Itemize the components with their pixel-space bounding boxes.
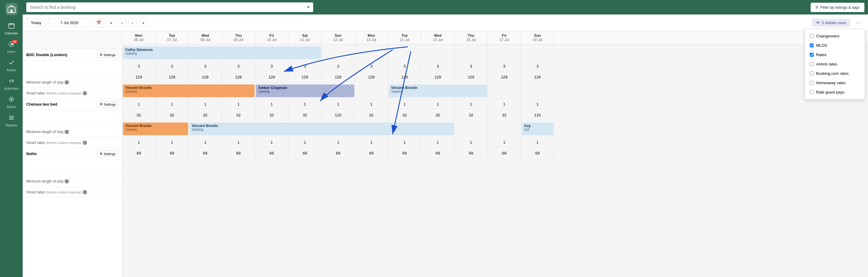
calendar-icon <box>8 23 14 30</box>
svg-rect-12 <box>9 117 14 118</box>
dropdown-checkbox-3[interactable] <box>810 62 814 66</box>
filter-button[interactable]: ⚲ Filter by listings & tags <box>811 3 864 12</box>
mlos-cell-1-12: 1 <box>521 99 554 109</box>
dropdown-item-rate-guest-pays[interactable]: Rate guest pays <box>805 88 865 97</box>
day-headers-row: Mon06 JulTue07 JulWed08 JulThu09 JulFri1… <box>122 31 868 45</box>
booking-block-vincent-breslin[interactable]: Vincent BreslinUplisting <box>123 123 188 135</box>
dropdown-checkbox-5[interactable] <box>810 81 814 85</box>
booking-block-vincent-breslin[interactable]: Vincent BreslinUplisting <box>189 123 454 135</box>
booking-block-vincent-breslin[interactable]: Vincent BreslinUplisting <box>389 84 487 97</box>
booking-block-asy[interactable]: AsyUpli <box>522 123 554 135</box>
rate-cell-1-2: 32 <box>189 110 222 120</box>
rate-cell-1-10: 32 <box>455 110 488 120</box>
next-button[interactable]: › <box>128 19 136 27</box>
settings-bdc-button[interactable]: ⚙ Settings <box>97 51 118 58</box>
sidebar-item-automate[interactable]: Automate <box>0 75 23 93</box>
filter-icon: ⚲ <box>815 5 818 10</box>
main-content: ▼ ⚲ Filter by listings & tags Today 7 Ju… <box>23 0 868 277</box>
day-header-15-Jul: Wed15 Jul <box>421 31 455 44</box>
mlos-cell-0-2: 3 <box>189 61 222 71</box>
mlos-info-icon-3[interactable]: i <box>65 179 69 183</box>
search-container: ▼ <box>26 2 313 12</box>
dropdown-item-rates[interactable]: Rates <box>805 50 865 60</box>
sidebar-item-direct[interactable]: Direct <box>0 93 23 112</box>
mlos-cell-2-0: 1 <box>122 137 156 147</box>
dropdown-checkbox-6[interactable] <box>810 90 814 94</box>
mlos-cell-1-10: 1 <box>455 99 488 109</box>
sidebar-item-action[interactable]: Action <box>0 57 23 75</box>
booking-cell-1-7 <box>355 83 388 99</box>
rates-row-noho: Smart rates (before custom markup) i <box>23 187 122 198</box>
rate-cell-1-0: 32 <box>122 110 156 120</box>
day-header-11-Jul: Sat11 Jul <box>288 31 322 44</box>
dropdown-item-homeaway-rates[interactable]: Homeaway rates <box>805 78 865 88</box>
search-dropdown-icon[interactable]: ▼ <box>307 5 310 9</box>
hidden-rows-button[interactable]: 👁 5 hidden rows <box>812 19 850 27</box>
settings-noho-button[interactable]: ⚙ Settings <box>97 150 118 157</box>
rates-data-row-chelsea: 3232323232321103232323232110 <box>122 110 868 121</box>
dropdown-item-booking.com-rates[interactable]: Booking.com rates <box>805 69 865 78</box>
booking-row-noho: Vincent BreslinUplistingVincent BreslinU… <box>122 121 868 137</box>
sidebar-item-reports[interactable]: Reports <box>0 112 23 130</box>
calendar-icon-btn[interactable]: 📅 <box>93 19 104 27</box>
rates-info-icon[interactable]: i <box>83 91 87 95</box>
mlos-cell-0-0: 3 <box>122 61 156 71</box>
day-header-19-Jul: Sun19 Jul <box>521 31 554 44</box>
mlos-cell-2-2: 1 <box>189 137 222 147</box>
mlos-cell-1-6: 1 <box>322 99 355 109</box>
today-button[interactable]: Today <box>26 19 46 27</box>
mlos-cell-0-8: 3 <box>388 61 421 71</box>
mlos-cell-2-4: 1 <box>255 137 288 147</box>
rate-cell-2-5: 69 <box>288 148 322 159</box>
booking-row-spacer-3 <box>23 160 122 176</box>
rate-cell-2-12: 69 <box>521 148 554 159</box>
dropdown-checkbox-0[interactable] <box>810 34 814 38</box>
mlos-info-icon[interactable]: i <box>65 80 69 84</box>
rate-cell-2-4: 69 <box>255 148 288 159</box>
booking-block-amber-chapman[interactable]: Amber ChapmanUplisting <box>256 84 354 97</box>
booking-row-chelsea: Vincent BreslinUplistingAmber ChapmanUpl… <box>122 83 868 99</box>
day-header-12-Jul: Sun12 Jul <box>322 31 355 44</box>
inbox-badge: 28 <box>12 40 17 43</box>
search-input[interactable] <box>26 2 313 12</box>
mlos-info-icon-2[interactable]: i <box>65 130 69 134</box>
mlos-cell-2-6: 1 <box>322 137 355 147</box>
rate-cell-1-3: 32 <box>222 110 255 120</box>
sidebar-item-inbox[interactable]: 💬 28 Inbox <box>0 38 23 57</box>
dropdown-checkbox-2[interactable] <box>810 53 814 57</box>
calendar-body: BDC Double (London) ⚙ Settings Minimum l… <box>23 31 868 277</box>
sidebar-item-reports-label: Reports <box>5 124 17 127</box>
mlos-cell-1-9: 1 <box>421 99 455 109</box>
svg-rect-3 <box>9 24 14 28</box>
next-next-button[interactable]: » <box>139 19 148 27</box>
mlos-data-row-chelsea: 1111111111111 <box>122 99 868 110</box>
dropdown-item-mlos[interactable]: MLOS <box>805 41 865 50</box>
rate-cell-0-4: 129 <box>255 72 288 82</box>
prev-prev-button[interactable]: « <box>107 19 116 27</box>
settings-chelsea-button[interactable]: ⚙ Settings <box>97 101 118 107</box>
dropdown-item-airbnb-rates[interactable]: Airbnb rates <box>805 60 865 69</box>
rate-cell-1-4: 32 <box>255 110 288 120</box>
property-column: BDC Double (London) ⚙ Settings Minimum l… <box>23 31 122 277</box>
calendar-toolbar: Today 7 Jul 2020 📅 « ‹ › » 👁 5 hidden ro… <box>23 14 868 31</box>
svg-rect-11 <box>9 116 14 116</box>
sidebar-item-calendar[interactable]: Calendar <box>0 20 23 38</box>
rates-info-icon-2[interactable]: i <box>83 141 87 145</box>
mlos-cell-0-9: 3 <box>421 61 455 71</box>
rates-info-icon-4[interactable]: i <box>83 190 87 194</box>
app-logo[interactable] <box>5 3 18 15</box>
mlos-cell-2-11: 1 <box>488 137 521 147</box>
dropdown-checkbox-4[interactable] <box>810 71 814 75</box>
dropdown-item-changeovers[interactable]: Changeovers <box>805 31 865 41</box>
rate-cell-2-11: 69 <box>488 148 521 159</box>
mlos-data-row-bdc: 3333333333333 <box>122 61 868 72</box>
booking-cell-0-10 <box>455 45 488 61</box>
reports-icon <box>8 115 14 122</box>
prev-button[interactable]: ‹ <box>118 19 126 27</box>
booking-row-spacer-1 <box>23 61 122 77</box>
more-options-button[interactable]: ⋯ <box>853 18 864 28</box>
dropdown-checkbox-1[interactable] <box>810 43 814 47</box>
booking-block-vincent-breslin[interactable]: Vincent BreslinUplisting <box>123 84 255 97</box>
booking-block-cathy-simmons[interactable]: Cathy SimmonsUplisting <box>123 46 321 59</box>
mlos-cell-1-7: 1 <box>355 99 388 109</box>
